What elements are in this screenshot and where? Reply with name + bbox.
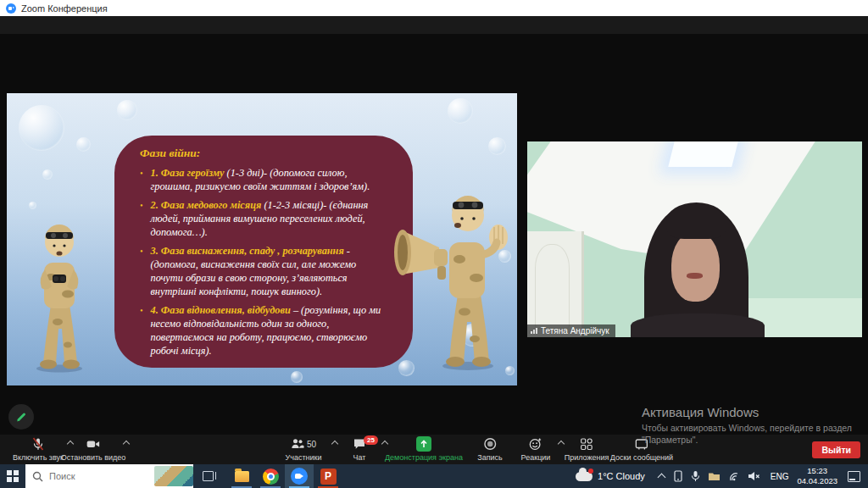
participant-face (671, 231, 720, 302)
door-panel (535, 244, 570, 329)
reactions-label: Реакции (521, 453, 551, 462)
bullet-text: 4. Фаза відновлення, відбудови – (розумі… (151, 304, 391, 358)
participant-lips (687, 273, 704, 279)
bullet-marker: • (140, 167, 143, 194)
bullet-lead: 1. Фаза героїзму (151, 167, 225, 179)
device-tray-icon[interactable] (673, 470, 683, 482)
bullet-lead: 2. Фаза медового місяця (151, 199, 262, 211)
apps-icon (580, 437, 593, 451)
bubble-decoration (117, 100, 137, 120)
chrome-button[interactable] (256, 464, 285, 488)
powerpoint-button[interactable]: P (314, 464, 342, 488)
network-signal-icon[interactable] (728, 471, 740, 481)
whiteboards-label: Доски сообщений (610, 453, 673, 462)
task-view-button[interactable] (193, 464, 222, 488)
participant-shoulders (631, 313, 765, 337)
bullet-lead: 4. Фаза відновлення, відбудови (151, 304, 291, 316)
slide-title: Фази війни: (140, 147, 391, 160)
folder-tray-icon[interactable] (708, 471, 721, 481)
time-text: 15:23 (797, 466, 837, 476)
pencil-icon (14, 410, 28, 424)
slide-bullet: • 1. Фаза героїзму (1-3 дні)- (допомога … (140, 167, 391, 194)
meeting-top-strip (0, 16, 868, 34)
system-tray: 1°C Cloudy ENG 15:23 04.04.2023 (576, 464, 868, 488)
language-indicator[interactable]: ENG (771, 472, 789, 481)
bubble-decoration (42, 169, 53, 180)
slide-text-panel: Фази війни: • 1. Фаза героїзму (1-3 дні)… (114, 136, 413, 368)
camera-icon (86, 437, 100, 451)
folder-icon (235, 471, 249, 482)
share-screen-button[interactable]: Демонстрация экрана (385, 437, 463, 462)
volume-muted-icon[interactable] (748, 471, 760, 481)
weather-widget[interactable]: 1°C Cloudy (576, 471, 645, 481)
slide-bullet: • 3. Фаза виснаження, спаду , розчаруван… (140, 245, 391, 299)
windows-taskbar: P 1°C Cloudy ENG (0, 464, 868, 488)
soldier-megaphone-illustration (390, 176, 510, 371)
zoom-app-icon (6, 3, 16, 14)
bullet-text: 2. Фаза медового місяця (1-2-3 місяці)- … (151, 199, 391, 240)
slide-bullet-list: • 1. Фаза героїзму (1-3 дні)- (допомога … (140, 167, 391, 358)
chat-unread-badge: 25 (364, 435, 378, 445)
participants-label: Участники (286, 453, 322, 462)
bubble-decoration (76, 137, 91, 152)
task-view-icon (203, 471, 214, 481)
unmute-button[interactable]: Включить звук (13, 437, 64, 462)
slide-bullet: • 4. Фаза відновлення, відбудови – (розу… (140, 304, 391, 358)
apps-button[interactable]: Приложения (565, 437, 609, 462)
participant-nameplate: Тетяна Андрійчук (527, 324, 615, 337)
bubble-decoration (29, 202, 36, 209)
windows-logo-icon (7, 470, 19, 482)
unmute-label: Включить звук (13, 453, 64, 462)
shared-screen-slide: Фази війни: • 1. Фаза героїзму (1-3 дні)… (7, 93, 517, 385)
bullet-text: 1. Фаза героїзму (1-3 дні)- (допомога си… (151, 167, 391, 194)
slide-bullet: • 2. Фаза медового місяця (1-2-3 місяці)… (140, 199, 391, 240)
leave-button[interactable]: Выйти (812, 441, 860, 458)
search-daily-image[interactable] (154, 466, 193, 486)
participant-video-tile[interactable]: Тетяна Андрійчук (527, 141, 862, 337)
watermark-title: Активация Windows (642, 405, 852, 419)
zoom-meeting-window: Zoom Конференция Вы просматриваете экран… (0, 0, 868, 488)
audio-signal-icon (531, 328, 537, 334)
zoom-camera-icon (291, 468, 308, 485)
bullet-lead: 3. Фаза виснаження, спаду , розчарування (151, 245, 344, 257)
file-explorer-button[interactable] (227, 464, 256, 488)
participants-button[interactable]: 50 Участники (286, 437, 322, 462)
bullet-text: 3. Фаза виснаження, спаду , розчарування… (151, 245, 391, 299)
chat-label: Чат (353, 453, 366, 462)
participant-fringe (666, 202, 726, 240)
whiteboard-icon (635, 437, 649, 451)
watermark-line1: Чтобы активировать Windows, перейдите в … (642, 422, 852, 434)
whiteboards-button[interactable]: Доски сообщений (610, 437, 673, 462)
microphone-tray-icon[interactable] (691, 470, 700, 482)
stop-video-label: Остановить видео (61, 453, 126, 462)
reactions-button[interactable]: Реакции (521, 437, 551, 462)
bubble-decoration (448, 98, 473, 124)
bullet-marker: • (140, 245, 143, 299)
zoom-app-button[interactable] (285, 464, 314, 488)
apps-label: Приложения (565, 453, 609, 462)
taskbar-search[interactable] (25, 464, 193, 488)
record-button[interactable]: Запись (477, 437, 503, 462)
hidden-icons-chevron-icon[interactable] (657, 474, 665, 482)
share-screen-label: Демонстрация экрана (385, 453, 463, 462)
participants-icon: 50 (291, 437, 316, 451)
bubble-decoration (291, 371, 303, 383)
ceiling-light (668, 141, 738, 167)
search-input[interactable] (49, 471, 130, 481)
bubble-decoration (488, 137, 506, 155)
smiley-icon (529, 437, 542, 451)
annotate-button[interactable] (8, 404, 34, 430)
action-center-icon[interactable] (848, 471, 860, 482)
powerpoint-icon: P (320, 469, 337, 485)
participant-name: Тетяна Андрійчук (541, 326, 609, 336)
participants-count: 50 (307, 440, 316, 449)
window-title: Zoom Конференция (21, 3, 108, 14)
weather-text: 1°C Cloudy (598, 471, 645, 481)
clock[interactable]: 15:23 04.04.2023 (797, 466, 837, 486)
title-bar: Zoom Конференция (0, 0, 868, 16)
start-button[interactable] (0, 464, 25, 488)
record-label: Запись (477, 453, 503, 462)
chrome-icon (263, 469, 279, 485)
room-door (527, 231, 584, 337)
date-text: 04.04.2023 (797, 476, 837, 486)
